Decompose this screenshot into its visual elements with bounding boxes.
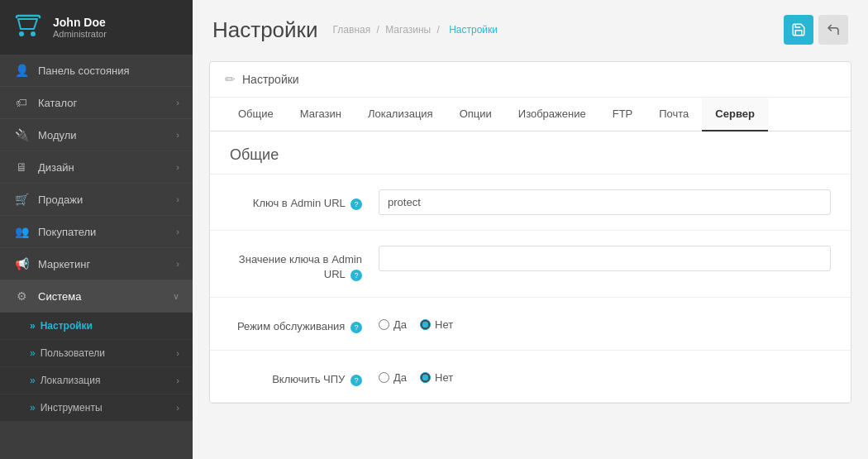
sidebar-sub-label: Локализация <box>41 375 101 386</box>
seo-urls-row: Включить ЧПУ ? Да Нет <box>210 351 851 403</box>
card-title: Настройки <box>242 73 299 86</box>
sidebar-item-label: Покупатели <box>38 226 96 238</box>
settings-tabs: Общие Магазин Локализация Опции Изображе… <box>210 98 851 131</box>
sidebar-item-system[interactable]: ⚙ Система ∨ <box>0 280 193 313</box>
svg-point-1 <box>31 31 36 36</box>
maintenance-row: Режим обслуживания ? Да Нет <box>210 298 851 350</box>
sidebar-item-customers[interactable]: 👥 Покупатели › <box>0 216 193 248</box>
system-submenu: » Настройки » Пользователи › » Локализац… <box>0 313 193 422</box>
catalog-icon: 🏷 <box>13 96 30 109</box>
help-icon[interactable]: ? <box>351 322 362 333</box>
title-area: Настройки Главная / Магазины / Настройки <box>212 17 501 43</box>
sidebar-item-label: Панель состояния <box>38 65 129 77</box>
chevron-right-icon: › <box>176 162 179 172</box>
sidebar-item-marketing[interactable]: 📢 Маркетинг › <box>0 248 193 280</box>
user-name: John Doe <box>53 16 107 29</box>
seo-yes-option[interactable]: Да <box>379 371 407 384</box>
sub-arrow-icon: » <box>30 375 36 386</box>
admin-key-value-label: Значение ключа в Admin URL ? <box>230 246 379 282</box>
admin-key-label: Ключ в Admin URL ? <box>230 189 379 211</box>
sidebar-item-sales[interactable]: 🛒 Продажи › <box>0 184 193 216</box>
sidebar-item-label: Продажи <box>38 194 83 206</box>
dashboard-icon: 👤 <box>13 64 30 77</box>
sidebar-item-label: Модули <box>38 129 77 141</box>
sidebar-nav: 👤 Панель состояния 🏷 Каталог › 🔌 Модули … <box>0 55 193 459</box>
sidebar-item-catalog[interactable]: 🏷 Каталог › <box>0 87 193 119</box>
sidebar-item-label: Маркетинг <box>38 258 90 270</box>
tab-localization[interactable]: Локализация <box>355 98 446 131</box>
edit-icon: ✏ <box>225 72 236 87</box>
sidebar-item-settings[interactable]: » Настройки <box>0 313 193 340</box>
admin-key-input[interactable] <box>379 189 831 215</box>
customers-icon: 👥 <box>13 225 30 238</box>
breadcrumb-home[interactable]: Главная <box>333 24 371 36</box>
seo-urls-label: Включить ЧПУ ? <box>230 366 379 387</box>
seo-no-radio[interactable] <box>420 372 431 383</box>
seo-yes-label: Да <box>393 371 407 384</box>
sidebar-item-users[interactable]: » Пользователи › <box>0 340 193 367</box>
sidebar-sub-label: Настройки <box>41 320 93 332</box>
tab-general[interactable]: Общие <box>225 98 287 131</box>
section-title: Общие <box>210 131 851 175</box>
sidebar-item-label: Система <box>38 290 81 303</box>
admin-key-row: Ключ в Admin URL ? <box>210 175 851 231</box>
tab-image[interactable]: Изображение <box>505 98 599 131</box>
admin-key-value-row: Значение ключа в Admin URL ? <box>210 231 851 298</box>
sidebar-item-dashboard[interactable]: 👤 Панель состояния <box>0 55 193 87</box>
seo-urls-radio-group: Да Нет <box>379 366 453 384</box>
chevron-right-icon: › <box>176 348 179 358</box>
seo-yes-radio[interactable] <box>379 372 389 383</box>
chevron-right-icon: › <box>176 130 179 140</box>
chevron-right-icon: › <box>176 259 179 269</box>
system-icon: ⚙ <box>13 289 30 303</box>
page-title: Настройки <box>212 17 318 43</box>
maintenance-no-label: Нет <box>435 318 453 331</box>
sidebar-item-label: Каталог <box>38 97 77 109</box>
tab-mail[interactable]: Почта <box>646 98 702 131</box>
sub-arrow-icon: » <box>30 320 36 332</box>
header-actions <box>784 15 848 45</box>
breadcrumb: Главная / Магазины / Настройки <box>333 24 502 36</box>
sidebar: John Doe Administrator 👤 Панель состояни… <box>0 0 193 459</box>
back-button[interactable] <box>818 15 848 45</box>
logo-icon <box>13 11 43 44</box>
maintenance-label: Режим обслуживания ? <box>230 313 379 334</box>
breadcrumb-stores[interactable]: Магазины <box>385 24 431 36</box>
chevron-right-icon: › <box>176 403 179 413</box>
svg-point-0 <box>19 31 24 36</box>
save-button[interactable] <box>784 15 813 45</box>
help-icon[interactable]: ? <box>351 198 362 210</box>
help-icon[interactable]: ? <box>351 375 362 386</box>
sidebar-item-design[interactable]: 🖥 Дизайн › <box>0 151 193 184</box>
sidebar-item-tools[interactable]: » Инструменты › <box>0 394 193 422</box>
seo-no-option[interactable]: Нет <box>420 371 453 384</box>
design-icon: 🖥 <box>13 160 30 174</box>
sales-icon: 🛒 <box>13 193 30 206</box>
breadcrumb-current: Настройки <box>449 24 498 36</box>
maintenance-yes-label: Да <box>393 318 407 331</box>
main-content: Настройки Главная / Магазины / Настройки <box>193 0 868 459</box>
tab-ftp[interactable]: FTP <box>599 98 646 131</box>
user-info: John Doe Administrator <box>53 16 107 39</box>
chevron-down-icon: ∨ <box>173 291 179 302</box>
chevron-right-icon: › <box>176 227 179 237</box>
chevron-right-icon: › <box>176 98 179 108</box>
maintenance-radio-group: Да Нет <box>379 313 453 331</box>
sub-arrow-icon: » <box>30 347 36 359</box>
tab-store[interactable]: Магазин <box>287 98 355 131</box>
sidebar-item-modules[interactable]: 🔌 Модули › <box>0 119 193 151</box>
sub-arrow-icon: » <box>30 402 36 414</box>
tab-options[interactable]: Опции <box>446 98 505 131</box>
settings-card: ✏ Настройки Общие Магазин Локализация Оп… <box>209 61 851 404</box>
maintenance-no-option[interactable]: Нет <box>420 318 453 331</box>
sidebar-sub-label: Пользователи <box>41 347 105 359</box>
maintenance-no-radio[interactable] <box>420 319 431 330</box>
tab-server[interactable]: Сервер <box>702 98 768 131</box>
sidebar-item-localization[interactable]: » Локализация › <box>0 367 193 394</box>
admin-key-value-input[interactable] <box>379 246 831 271</box>
chevron-right-icon: › <box>176 375 179 385</box>
maintenance-yes-option[interactable]: Да <box>379 318 407 331</box>
maintenance-yes-radio[interactable] <box>379 319 389 330</box>
modules-icon: 🔌 <box>13 128 30 141</box>
help-icon[interactable]: ? <box>351 270 362 281</box>
